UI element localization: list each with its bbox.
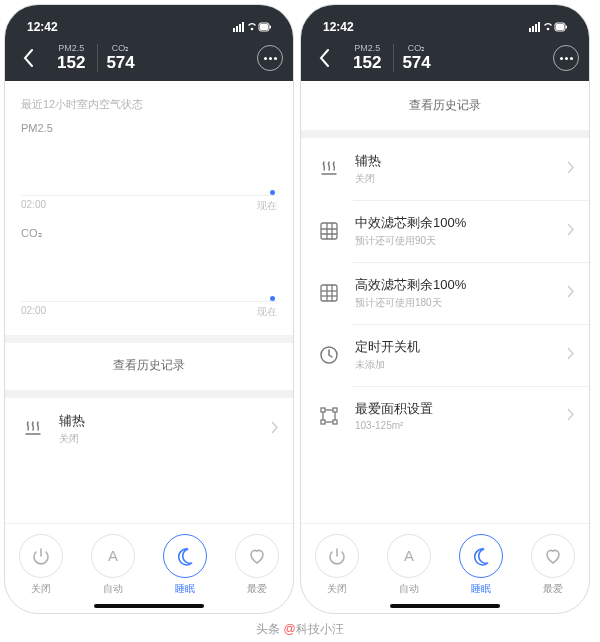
home-indicator xyxy=(390,604,500,608)
svg-rect-32 xyxy=(333,408,337,412)
mesh-icon xyxy=(315,217,343,245)
svg-rect-12 xyxy=(535,24,537,32)
chart-co2: CO₂ 02:00 现在 xyxy=(5,223,293,319)
metric-pm25: PM2.5 152 xyxy=(49,44,93,73)
svg-rect-16 xyxy=(556,24,564,30)
more-button[interactable] xyxy=(257,45,283,71)
status-time: 12:42 xyxy=(27,20,58,34)
top-bar: PM2.5 152 CO₂ 574 xyxy=(301,35,589,81)
settings-row[interactable]: 高效滤芯剩余100%预计还可使用180天 xyxy=(301,262,589,324)
status-time: 12:42 xyxy=(323,20,354,34)
mode-自动[interactable]: A自动 xyxy=(387,534,431,596)
chevron-right-icon xyxy=(271,421,279,437)
mode-关闭[interactable]: 关闭 xyxy=(315,534,359,596)
status-icons xyxy=(529,20,567,34)
chevron-right-icon xyxy=(567,223,575,239)
svg-point-14 xyxy=(547,28,550,31)
top-bar: PM2.5 152 CO₂ 574 xyxy=(5,35,293,81)
svg-rect-13 xyxy=(538,22,540,32)
metric-co2: CO₂ 574 xyxy=(393,44,438,73)
svg-rect-3 xyxy=(242,22,244,32)
recent-title: 最近12小时室内空气状态 xyxy=(5,81,293,118)
mode-最爱[interactable]: 最爱 xyxy=(531,534,575,596)
mode-睡眠[interactable]: 睡眠 xyxy=(459,534,503,596)
svg-rect-19 xyxy=(321,223,337,239)
mode-自动[interactable]: A自动 xyxy=(91,534,135,596)
clock-icon xyxy=(315,341,343,369)
back-button[interactable] xyxy=(15,49,41,67)
svg-text:A: A xyxy=(404,547,414,564)
phone-left: 12:42 PM2.5 152 xyxy=(4,4,294,614)
chevron-right-icon xyxy=(567,161,575,177)
status-bar: 12:42 xyxy=(301,5,589,35)
svg-rect-11 xyxy=(532,26,534,32)
svg-rect-17 xyxy=(566,26,568,29)
svg-rect-0 xyxy=(233,28,235,32)
svg-rect-1 xyxy=(236,26,238,32)
settings-row[interactable]: 最爱面积设置103-125m² xyxy=(301,386,589,445)
svg-rect-24 xyxy=(321,285,337,301)
status-bar: 12:42 xyxy=(5,5,293,35)
svg-rect-10 xyxy=(529,28,531,32)
metric-co2: CO₂ 574 xyxy=(97,44,142,73)
phone-right: 12:42 PM2.5 152 xyxy=(300,4,590,614)
status-icons xyxy=(233,20,271,34)
svg-point-4 xyxy=(251,28,254,31)
settings-row[interactable]: 辅热关闭 xyxy=(301,138,589,200)
watermark: 头条 @科技小汪 xyxy=(0,621,600,638)
mode-最爱[interactable]: 最爱 xyxy=(235,534,279,596)
svg-rect-34 xyxy=(333,420,337,424)
row-aux-heat[interactable]: 辅热 关闭 xyxy=(5,398,293,460)
settings-list: 辅热关闭中效滤芯剩余100%预计还可使用90天高效滤芯剩余100%预计还可使用1… xyxy=(301,138,589,445)
mesh-icon xyxy=(315,279,343,307)
bottom-controls: 关闭A自动睡眠最爱 xyxy=(301,523,589,602)
more-button[interactable] xyxy=(553,45,579,71)
area-icon xyxy=(315,402,343,430)
svg-rect-7 xyxy=(270,26,272,29)
back-button[interactable] xyxy=(311,49,337,67)
svg-rect-6 xyxy=(260,24,268,30)
svg-text:A: A xyxy=(108,547,118,564)
chevron-right-icon xyxy=(567,408,575,424)
home-indicator xyxy=(94,604,204,608)
svg-rect-31 xyxy=(321,408,325,412)
heat-icon xyxy=(19,415,47,443)
chevron-right-icon xyxy=(567,285,575,301)
mode-睡眠[interactable]: 睡眠 xyxy=(163,534,207,596)
chevron-right-icon xyxy=(567,347,575,363)
bottom-controls: 关闭A自动睡眠最爱 xyxy=(5,523,293,602)
history-link[interactable]: 查看历史记录 xyxy=(301,81,589,130)
svg-rect-2 xyxy=(239,24,241,32)
mode-关闭[interactable]: 关闭 xyxy=(19,534,63,596)
chart-pm25: PM2.5 02:00 现在 xyxy=(5,118,293,213)
settings-row[interactable]: 中效滤芯剩余100%预计还可使用90天 xyxy=(301,200,589,262)
history-link[interactable]: 查看历史记录 xyxy=(5,319,293,390)
settings-row[interactable]: 定时开关机未添加 xyxy=(301,324,589,386)
svg-rect-33 xyxy=(321,420,325,424)
heat-icon xyxy=(315,155,343,183)
metric-pm25: PM2.5 152 xyxy=(345,44,389,73)
